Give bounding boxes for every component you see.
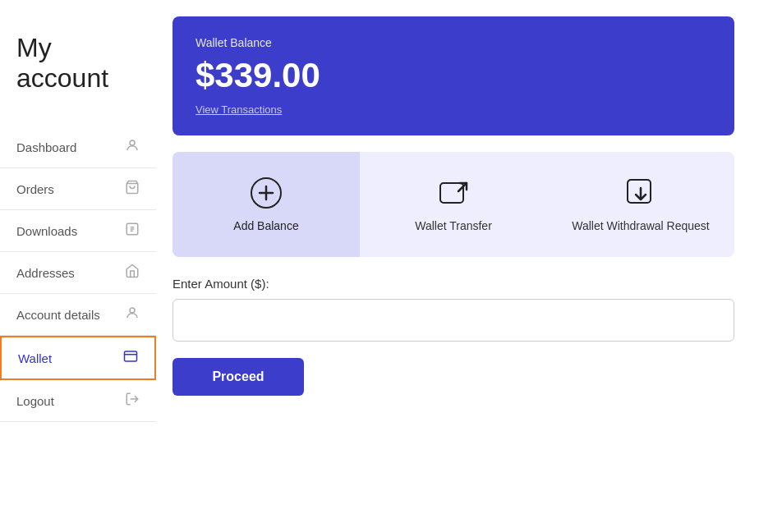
svg-point-3 [130, 308, 135, 313]
wallet-transfer-label: Wallet Transfer [415, 219, 492, 232]
enter-amount-section: Enter Amount ($): [172, 277, 734, 358]
sidebar-item-dashboard[interactable]: Dashboard [0, 126, 156, 168]
sidebar-item-wallet[interactable]: Wallet [0, 336, 156, 380]
add-balance-label: Add Balance [233, 219, 298, 232]
view-transactions-link[interactable]: View Transactions [196, 103, 711, 116]
wallet-balance-label: Wallet Balance [196, 36, 711, 49]
add-balance-icon [250, 177, 283, 209]
sidebar-item-downloads[interactable]: Downloads [0, 210, 156, 252]
svg-rect-8 [440, 183, 463, 203]
amount-input[interactable] [172, 299, 734, 342]
sidebar-item-orders-label: Orders [16, 182, 125, 196]
wallet-transfer-icon [437, 177, 470, 209]
svg-point-0 [130, 140, 135, 145]
svg-rect-10 [628, 180, 651, 203]
sidebar-item-wallet-label: Wallet [18, 351, 123, 365]
svg-rect-4 [125, 351, 137, 361]
wallet-withdrawal-icon [624, 177, 657, 209]
page-title: My account [16, 33, 140, 94]
wallet-withdrawal-label: Wallet Withdrawal Request [572, 219, 710, 232]
sidebar-item-addresses[interactable]: Addresses [0, 252, 156, 294]
action-cards: Add Balance Wallet Transfer [172, 152, 734, 257]
sidebar-item-logout[interactable]: Logout [0, 380, 156, 422]
sidebar-nav: Dashboard Orders Downloads [0, 126, 156, 422]
account-details-icon [125, 305, 140, 323]
sidebar-item-dashboard-label: Dashboard [16, 140, 125, 154]
downloads-icon [125, 222, 140, 240]
wallet-balance-card: Wallet Balance $339.00 View Transactions [172, 16, 734, 135]
wallet-transfer-button[interactable]: Wallet Transfer [360, 152, 547, 257]
add-balance-button[interactable]: Add Balance [172, 152, 360, 257]
dashboard-icon [125, 138, 140, 156]
wallet-balance-amount: $339.00 [196, 56, 711, 95]
sidebar-item-orders[interactable]: Orders [0, 168, 156, 210]
sidebar-item-downloads-label: Downloads [16, 224, 125, 238]
wallet-icon [123, 349, 138, 367]
addresses-icon [125, 264, 140, 282]
enter-amount-label: Enter Amount ($): [172, 277, 734, 291]
sidebar-item-account-details[interactable]: Account details [0, 294, 156, 336]
sidebar-item-account-details-label: Account details [16, 308, 125, 322]
orders-icon [125, 180, 140, 198]
proceed-button[interactable]: Proceed [172, 358, 304, 396]
sidebar-item-logout-label: Logout [16, 394, 125, 408]
main-content: Wallet Balance $339.00 View Transactions… [156, 0, 759, 532]
logout-icon [125, 392, 140, 410]
sidebar-item-addresses-label: Addresses [16, 266, 125, 280]
wallet-withdrawal-button[interactable]: Wallet Withdrawal Request [547, 152, 734, 257]
